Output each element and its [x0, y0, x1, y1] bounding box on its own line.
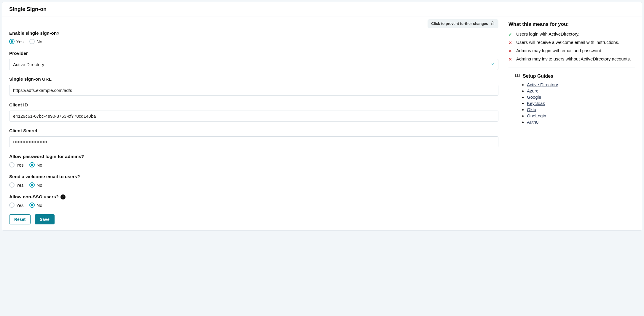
welcome-email-label: Send a welcome email to users?	[9, 174, 498, 179]
non-sso-label: Allow non-SSO users?	[9, 194, 59, 200]
guide-link[interactable]: Azure	[527, 88, 538, 93]
welcome-email-yes[interactable]: Yes	[9, 182, 23, 188]
means-item: ✕Admins may invite users without ActiveD…	[508, 56, 635, 62]
sso-settings-card: Single Sign-on Click to prevent further …	[2, 2, 642, 231]
guide-item: Google	[527, 95, 635, 100]
radio-icon	[9, 202, 15, 208]
guide-item: Okta	[527, 107, 635, 112]
means-list: ✓Users login with ActiveDirectory.✕Users…	[508, 31, 635, 62]
guide-item: Keycloak	[527, 101, 635, 106]
client-id-label: Client ID	[9, 102, 498, 108]
svg-rect-0	[491, 23, 494, 25]
guide-link[interactable]: Keycloak	[527, 101, 545, 106]
guide-item: Active Directory	[527, 82, 635, 87]
welcome-email-no[interactable]: No	[29, 182, 42, 188]
radio-icon	[29, 202, 35, 208]
non-sso-yes[interactable]: Yes	[9, 202, 23, 208]
means-item-text: Users will receive a welcome email with …	[516, 40, 619, 45]
info-column: What this means for you: ✓Users login wi…	[506, 17, 642, 230]
admin-password-group: Allow password login for admins? Yes No	[9, 154, 498, 167]
setup-guides-heading: Setup Guides	[515, 73, 635, 79]
welcome-email-group: Send a welcome email to users? Yes No	[9, 174, 498, 188]
guide-link[interactable]: OneLogin	[527, 113, 546, 118]
non-sso-group: Allow non-SSO users? i Yes No	[9, 194, 498, 208]
admin-password-no[interactable]: No	[29, 162, 42, 167]
card-title: Single Sign-on	[2, 2, 642, 17]
means-item: ✕Admins may login with email and passwor…	[508, 48, 635, 54]
means-item: ✕Users will receive a welcome email with…	[508, 40, 635, 46]
x-icon: ✕	[508, 48, 513, 54]
provider-label: Provider	[9, 51, 498, 56]
lock-changes-label: Click to prevent further changes	[431, 22, 488, 26]
sso-url-input[interactable]	[9, 85, 498, 96]
guide-item: OneLogin	[527, 113, 635, 118]
enable-sso-yes[interactable]: Yes	[9, 39, 23, 44]
guide-link[interactable]: Auth0	[527, 119, 538, 125]
sso-url-label: Single sign-on URL	[9, 76, 498, 82]
unlock-icon	[490, 21, 495, 26]
enable-sso-label: Enable single sign-on?	[9, 31, 498, 36]
client-id-input[interactable]	[9, 111, 498, 122]
x-icon: ✕	[508, 40, 513, 46]
divider	[508, 68, 635, 68]
guide-link[interactable]: Active Directory	[527, 82, 558, 87]
form-column: Click to prevent further changes Enable …	[2, 17, 506, 230]
lock-changes-pill[interactable]: Click to prevent further changes	[428, 19, 498, 28]
enable-sso-group: Enable single sign-on? Yes No	[9, 31, 498, 44]
radio-icon	[9, 162, 15, 167]
means-heading: What this means for you:	[508, 21, 635, 27]
client-secret-label: Client Secret	[9, 128, 498, 133]
x-icon: ✕	[508, 56, 513, 62]
guide-item: Auth0	[527, 119, 635, 125]
provider-group: Provider Active Directory	[9, 51, 498, 70]
means-item: ✓Users login with ActiveDirectory.	[508, 31, 635, 37]
means-item-text: Admins may login with email and password…	[516, 48, 602, 53]
provider-select[interactable]: Active Directory	[9, 59, 498, 70]
client-secret-input[interactable]	[9, 136, 498, 147]
guide-item: Azure	[527, 88, 635, 93]
radio-icon	[29, 39, 35, 44]
radio-icon	[29, 162, 35, 167]
means-item-text: Admins may invite users without ActiveDi…	[516, 56, 631, 61]
non-sso-no[interactable]: No	[29, 202, 42, 208]
sso-url-group: Single sign-on URL	[9, 76, 498, 96]
radio-icon	[9, 182, 15, 188]
book-icon	[515, 73, 520, 79]
reset-button[interactable]: Reset	[9, 214, 31, 224]
radio-icon	[9, 39, 15, 44]
guide-link[interactable]: Google	[527, 95, 541, 100]
save-button[interactable]: Save	[35, 214, 55, 224]
client-id-group: Client ID	[9, 102, 498, 122]
info-icon[interactable]: i	[60, 194, 66, 200]
check-icon: ✓	[508, 31, 513, 37]
radio-icon	[29, 182, 35, 188]
admin-password-yes[interactable]: Yes	[9, 162, 23, 167]
setup-guides-list: Active DirectoryAzureGoogleKeycloakOktaO…	[508, 82, 635, 125]
means-item-text: Users login with ActiveDirectory.	[516, 31, 579, 36]
enable-sso-no[interactable]: No	[29, 39, 42, 44]
client-secret-group: Client Secret	[9, 128, 498, 147]
guide-link[interactable]: Okta	[527, 107, 536, 112]
admin-password-label: Allow password login for admins?	[9, 154, 498, 159]
